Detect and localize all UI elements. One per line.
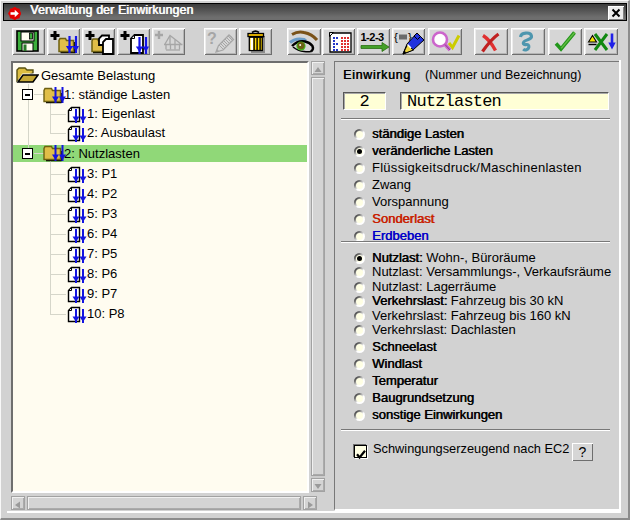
svg-text:{: { [394,31,398,43]
svg-text:?: ? [207,30,217,47]
svg-text:1-2-3: 1-2-3 [361,31,385,43]
